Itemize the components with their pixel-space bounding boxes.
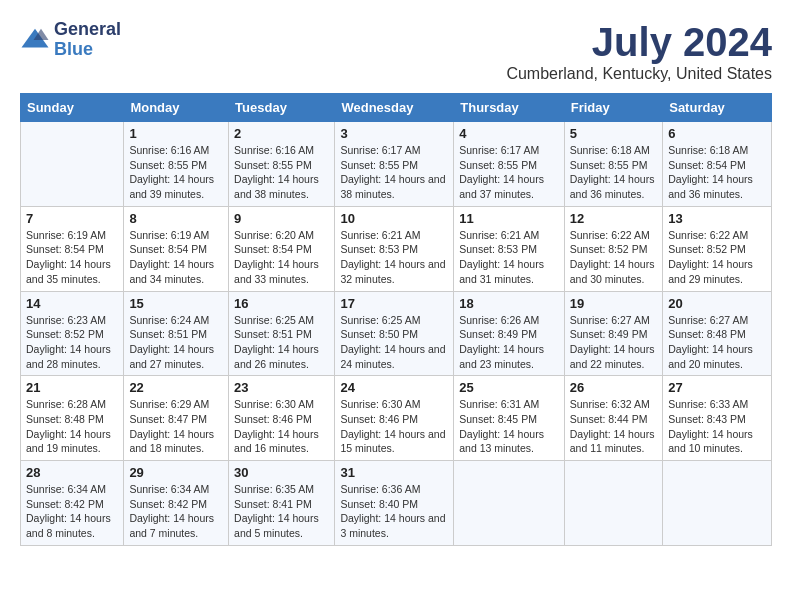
day-number: 22	[129, 380, 223, 395]
day-info: Sunrise: 6:22 AMSunset: 8:52 PMDaylight:…	[668, 228, 766, 287]
week-row-2: 7 Sunrise: 6:19 AMSunset: 8:54 PMDayligh…	[21, 206, 772, 291]
day-number: 17	[340, 296, 448, 311]
day-number: 31	[340, 465, 448, 480]
day-number: 4	[459, 126, 559, 141]
day-number: 14	[26, 296, 118, 311]
column-header-sunday: Sunday	[21, 94, 124, 122]
day-cell: 19 Sunrise: 6:27 AMSunset: 8:49 PMDaylig…	[564, 291, 662, 376]
day-info: Sunrise: 6:27 AMSunset: 8:48 PMDaylight:…	[668, 313, 766, 372]
day-info: Sunrise: 6:17 AMSunset: 8:55 PMDaylight:…	[340, 143, 448, 202]
day-number: 26	[570, 380, 657, 395]
day-info: Sunrise: 6:23 AMSunset: 8:52 PMDaylight:…	[26, 313, 118, 372]
day-number: 18	[459, 296, 559, 311]
day-cell: 25 Sunrise: 6:31 AMSunset: 8:45 PMDaylig…	[454, 376, 565, 461]
day-number: 16	[234, 296, 329, 311]
day-number: 25	[459, 380, 559, 395]
column-header-tuesday: Tuesday	[229, 94, 335, 122]
day-number: 21	[26, 380, 118, 395]
day-cell: 24 Sunrise: 6:30 AMSunset: 8:46 PMDaylig…	[335, 376, 454, 461]
day-info: Sunrise: 6:17 AMSunset: 8:55 PMDaylight:…	[459, 143, 559, 202]
day-cell	[454, 461, 565, 546]
calendar-table: SundayMondayTuesdayWednesdayThursdayFrid…	[20, 93, 772, 546]
day-cell: 31 Sunrise: 6:36 AMSunset: 8:40 PMDaylig…	[335, 461, 454, 546]
day-info: Sunrise: 6:28 AMSunset: 8:48 PMDaylight:…	[26, 397, 118, 456]
day-number: 9	[234, 211, 329, 226]
day-number: 13	[668, 211, 766, 226]
day-cell: 6 Sunrise: 6:18 AMSunset: 8:54 PMDayligh…	[663, 122, 772, 207]
day-number: 6	[668, 126, 766, 141]
day-cell: 4 Sunrise: 6:17 AMSunset: 8:55 PMDayligh…	[454, 122, 565, 207]
day-info: Sunrise: 6:25 AMSunset: 8:51 PMDaylight:…	[234, 313, 329, 372]
day-info: Sunrise: 6:32 AMSunset: 8:44 PMDaylight:…	[570, 397, 657, 456]
day-cell: 28 Sunrise: 6:34 AMSunset: 8:42 PMDaylig…	[21, 461, 124, 546]
day-cell: 27 Sunrise: 6:33 AMSunset: 8:43 PMDaylig…	[663, 376, 772, 461]
day-number: 19	[570, 296, 657, 311]
logo-icon	[20, 25, 50, 55]
day-info: Sunrise: 6:33 AMSunset: 8:43 PMDaylight:…	[668, 397, 766, 456]
header-row: SundayMondayTuesdayWednesdayThursdayFrid…	[21, 94, 772, 122]
day-number: 15	[129, 296, 223, 311]
day-number: 24	[340, 380, 448, 395]
day-info: Sunrise: 6:18 AMSunset: 8:55 PMDaylight:…	[570, 143, 657, 202]
day-cell: 13 Sunrise: 6:22 AMSunset: 8:52 PMDaylig…	[663, 206, 772, 291]
day-cell: 7 Sunrise: 6:19 AMSunset: 8:54 PMDayligh…	[21, 206, 124, 291]
day-info: Sunrise: 6:31 AMSunset: 8:45 PMDaylight:…	[459, 397, 559, 456]
day-info: Sunrise: 6:20 AMSunset: 8:54 PMDaylight:…	[234, 228, 329, 287]
day-info: Sunrise: 6:16 AMSunset: 8:55 PMDaylight:…	[234, 143, 329, 202]
day-cell: 5 Sunrise: 6:18 AMSunset: 8:55 PMDayligh…	[564, 122, 662, 207]
day-info: Sunrise: 6:21 AMSunset: 8:53 PMDaylight:…	[340, 228, 448, 287]
day-info: Sunrise: 6:24 AMSunset: 8:51 PMDaylight:…	[129, 313, 223, 372]
logo-text: General Blue	[54, 20, 121, 60]
week-row-4: 21 Sunrise: 6:28 AMSunset: 8:48 PMDaylig…	[21, 376, 772, 461]
day-cell: 21 Sunrise: 6:28 AMSunset: 8:48 PMDaylig…	[21, 376, 124, 461]
subtitle: Cumberland, Kentucky, United States	[506, 65, 772, 83]
day-info: Sunrise: 6:22 AMSunset: 8:52 PMDaylight:…	[570, 228, 657, 287]
day-info: Sunrise: 6:18 AMSunset: 8:54 PMDaylight:…	[668, 143, 766, 202]
day-number: 29	[129, 465, 223, 480]
day-cell: 18 Sunrise: 6:26 AMSunset: 8:49 PMDaylig…	[454, 291, 565, 376]
day-cell: 26 Sunrise: 6:32 AMSunset: 8:44 PMDaylig…	[564, 376, 662, 461]
day-number: 27	[668, 380, 766, 395]
title-block: July 2024 Cumberland, Kentucky, United S…	[506, 20, 772, 83]
day-number: 12	[570, 211, 657, 226]
day-info: Sunrise: 6:30 AMSunset: 8:46 PMDaylight:…	[340, 397, 448, 456]
main-title: July 2024	[506, 20, 772, 65]
column-header-monday: Monday	[124, 94, 229, 122]
day-info: Sunrise: 6:19 AMSunset: 8:54 PMDaylight:…	[26, 228, 118, 287]
day-number: 30	[234, 465, 329, 480]
day-number: 3	[340, 126, 448, 141]
day-cell: 3 Sunrise: 6:17 AMSunset: 8:55 PMDayligh…	[335, 122, 454, 207]
day-number: 2	[234, 126, 329, 141]
day-info: Sunrise: 6:36 AMSunset: 8:40 PMDaylight:…	[340, 482, 448, 541]
day-info: Sunrise: 6:26 AMSunset: 8:49 PMDaylight:…	[459, 313, 559, 372]
day-info: Sunrise: 6:25 AMSunset: 8:50 PMDaylight:…	[340, 313, 448, 372]
day-cell: 16 Sunrise: 6:25 AMSunset: 8:51 PMDaylig…	[229, 291, 335, 376]
column-header-friday: Friday	[564, 94, 662, 122]
day-cell: 14 Sunrise: 6:23 AMSunset: 8:52 PMDaylig…	[21, 291, 124, 376]
day-cell: 11 Sunrise: 6:21 AMSunset: 8:53 PMDaylig…	[454, 206, 565, 291]
day-info: Sunrise: 6:35 AMSunset: 8:41 PMDaylight:…	[234, 482, 329, 541]
page-header: General Blue July 2024 Cumberland, Kentu…	[20, 20, 772, 83]
column-header-wednesday: Wednesday	[335, 94, 454, 122]
day-cell: 22 Sunrise: 6:29 AMSunset: 8:47 PMDaylig…	[124, 376, 229, 461]
day-cell	[663, 461, 772, 546]
day-number: 8	[129, 211, 223, 226]
day-cell: 9 Sunrise: 6:20 AMSunset: 8:54 PMDayligh…	[229, 206, 335, 291]
day-info: Sunrise: 6:16 AMSunset: 8:55 PMDaylight:…	[129, 143, 223, 202]
day-number: 28	[26, 465, 118, 480]
day-number: 5	[570, 126, 657, 141]
day-cell: 29 Sunrise: 6:34 AMSunset: 8:42 PMDaylig…	[124, 461, 229, 546]
day-number: 7	[26, 211, 118, 226]
day-number: 11	[459, 211, 559, 226]
day-cell: 23 Sunrise: 6:30 AMSunset: 8:46 PMDaylig…	[229, 376, 335, 461]
day-cell: 30 Sunrise: 6:35 AMSunset: 8:41 PMDaylig…	[229, 461, 335, 546]
day-info: Sunrise: 6:27 AMSunset: 8:49 PMDaylight:…	[570, 313, 657, 372]
day-number: 23	[234, 380, 329, 395]
day-cell: 10 Sunrise: 6:21 AMSunset: 8:53 PMDaylig…	[335, 206, 454, 291]
logo-blue: Blue	[54, 39, 93, 59]
day-cell: 1 Sunrise: 6:16 AMSunset: 8:55 PMDayligh…	[124, 122, 229, 207]
day-cell	[21, 122, 124, 207]
day-cell	[564, 461, 662, 546]
day-info: Sunrise: 6:21 AMSunset: 8:53 PMDaylight:…	[459, 228, 559, 287]
day-cell: 2 Sunrise: 6:16 AMSunset: 8:55 PMDayligh…	[229, 122, 335, 207]
